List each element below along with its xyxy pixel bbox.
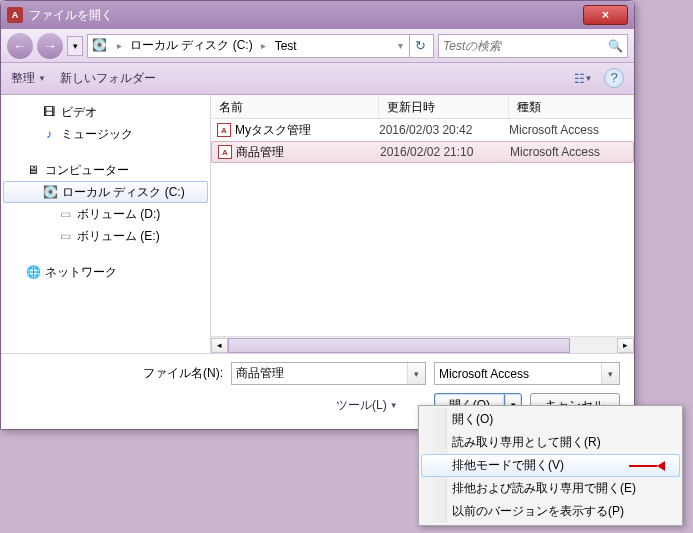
tree-videos[interactable]: 🎞ビデオ bbox=[1, 101, 210, 123]
breadcrumb-seg-0[interactable]: ローカル ディスク (C:) bbox=[126, 35, 257, 57]
access-app-icon: A bbox=[7, 7, 23, 23]
menu-open[interactable]: 開く(O) bbox=[421, 408, 680, 431]
chevron-down-icon: ▼ bbox=[585, 74, 593, 83]
filetype-value: Microsoft Access bbox=[439, 367, 529, 381]
chevron-down-icon: ▼ bbox=[390, 401, 398, 410]
music-icon: ♪ bbox=[41, 126, 57, 142]
tree-network[interactable]: 🌐ネットワーク bbox=[1, 261, 210, 283]
tree-label: ミュージック bbox=[61, 126, 133, 143]
tree-label: ボリューム (D:) bbox=[77, 206, 160, 223]
file-date: 2016/02/02 21:10 bbox=[380, 145, 510, 159]
menu-label: 排他モードで開く(V) bbox=[452, 457, 564, 474]
access-file-icon: A bbox=[217, 123, 231, 137]
tree-label: ネットワーク bbox=[45, 264, 117, 281]
file-name: 商品管理 bbox=[236, 144, 284, 161]
organize-menu[interactable]: 整理 ▼ bbox=[11, 70, 46, 87]
close-button[interactable]: × bbox=[583, 5, 628, 25]
nav-bar: ← → ▾ 💽 ▸ ローカル ディスク (C:) ▸ Test ▾ ↻ 🔍 bbox=[1, 29, 634, 63]
new-folder-label: 新しいフォルダー bbox=[60, 70, 156, 87]
tree-volume-d[interactable]: ▭ボリューム (D:) bbox=[1, 203, 210, 225]
breadcrumb-sep[interactable]: ▸ bbox=[257, 40, 271, 51]
breadcrumb-seg-1[interactable]: Test bbox=[271, 35, 301, 57]
refresh-button[interactable]: ↻ bbox=[409, 35, 431, 57]
toolbar: 整理 ▼ 新しいフォルダー ☷ ▼ ? bbox=[1, 63, 634, 95]
file-type: Microsoft Access bbox=[510, 145, 633, 159]
recent-locations-drop[interactable]: ▾ bbox=[67, 36, 83, 56]
search-icon[interactable]: 🔍 bbox=[608, 39, 623, 53]
column-headers: 名前 更新日時 種類 bbox=[211, 95, 634, 119]
search-box[interactable]: 🔍 bbox=[438, 34, 628, 58]
breadcrumb[interactable]: 💽 ▸ ローカル ディスク (C:) ▸ Test ▾ ↻ bbox=[87, 34, 434, 58]
help-button[interactable]: ? bbox=[604, 68, 624, 88]
tree-label: ローカル ディスク (C:) bbox=[62, 184, 185, 201]
tree-local-disk-c[interactable]: 💽ローカル ディスク (C:) bbox=[3, 181, 208, 203]
view-icon: ☷ bbox=[574, 72, 585, 86]
col-date[interactable]: 更新日時 bbox=[379, 95, 509, 118]
tree-label: コンピューター bbox=[45, 162, 129, 179]
chevron-down-icon: ▼ bbox=[38, 74, 46, 83]
tree-label: ボリューム (E:) bbox=[77, 228, 160, 245]
filename-label: ファイル名(N): bbox=[143, 365, 223, 382]
file-type: Microsoft Access bbox=[509, 123, 634, 137]
horizontal-scrollbar[interactable]: ◂ ▸ bbox=[211, 336, 634, 353]
disk-icon: 💽 bbox=[42, 184, 58, 200]
filename-combo[interactable]: 商品管理 ▾ bbox=[231, 362, 426, 385]
window-title: ファイルを開く bbox=[29, 7, 583, 24]
tree-music[interactable]: ♪ミュージック bbox=[1, 123, 210, 145]
file-row[interactable]: A商品管理 2016/02/02 21:10 Microsoft Access bbox=[211, 141, 634, 163]
filetype-combo[interactable]: Microsoft Access ▾ bbox=[434, 362, 620, 385]
filename-value: 商品管理 bbox=[236, 365, 284, 382]
menu-open-exclusive-readonly[interactable]: 排他および読み取り専用で開く(E) bbox=[421, 477, 680, 500]
file-open-dialog: A ファイルを開く × ← → ▾ 💽 ▸ ローカル ディスク (C:) ▸ T… bbox=[0, 0, 635, 430]
access-file-icon: A bbox=[218, 145, 232, 159]
menu-open-exclusive[interactable]: 排他モードで開く(V) bbox=[421, 454, 680, 477]
tools-label: ツール(L) bbox=[336, 397, 387, 414]
organize-label: 整理 bbox=[11, 70, 35, 87]
menu-open-readonly[interactable]: 読み取り専用として開く(R) bbox=[421, 431, 680, 454]
folder-tree[interactable]: 🎞ビデオ ♪ミュージック 🖥コンピューター 💽ローカル ディスク (C:) ▭ボ… bbox=[1, 95, 211, 353]
breadcrumb-history-drop[interactable]: ▾ bbox=[393, 40, 407, 51]
network-icon: 🌐 bbox=[25, 264, 41, 280]
menu-previous-versions[interactable]: 以前のバージョンを表示する(P) bbox=[421, 500, 680, 523]
scroll-right-button[interactable]: ▸ bbox=[617, 338, 634, 353]
scroll-left-button[interactable]: ◂ bbox=[211, 338, 228, 353]
titlebar: A ファイルを開く × bbox=[1, 1, 634, 29]
breadcrumb-sep[interactable]: ▸ bbox=[112, 40, 126, 51]
tools-menu[interactable]: ツール(L) ▼ bbox=[336, 397, 398, 414]
annotation-arrow-icon bbox=[629, 461, 665, 471]
new-folder-button[interactable]: 新しいフォルダー bbox=[60, 70, 156, 87]
chevron-down-icon[interactable]: ▾ bbox=[601, 363, 619, 384]
file-date: 2016/02/03 20:42 bbox=[379, 123, 509, 137]
file-list-area: 名前 更新日時 種類 AMyタスク管理 2016/02/03 20:42 Mic… bbox=[211, 95, 634, 353]
view-options-button[interactable]: ☷ ▼ bbox=[568, 68, 598, 90]
disk-icon: ▭ bbox=[57, 228, 73, 244]
col-name[interactable]: 名前 bbox=[211, 95, 379, 118]
chevron-down-icon[interactable]: ▾ bbox=[407, 363, 425, 384]
dialog-body: 🎞ビデオ ♪ミュージック 🖥コンピューター 💽ローカル ディスク (C:) ▭ボ… bbox=[1, 95, 634, 353]
scroll-track[interactable] bbox=[228, 338, 617, 353]
tree-computer[interactable]: 🖥コンピューター bbox=[1, 159, 210, 181]
tree-label: ビデオ bbox=[61, 104, 97, 121]
disk-icon: ▭ bbox=[57, 206, 73, 222]
tree-volume-e[interactable]: ▭ボリューム (E:) bbox=[1, 225, 210, 247]
forward-button[interactable]: → bbox=[37, 33, 63, 59]
drive-icon: 💽 bbox=[92, 38, 110, 54]
search-input[interactable] bbox=[443, 39, 608, 53]
computer-icon: 🖥 bbox=[25, 162, 41, 178]
video-icon: 🎞 bbox=[41, 104, 57, 120]
file-list[interactable]: AMyタスク管理 2016/02/03 20:42 Microsoft Acce… bbox=[211, 119, 634, 336]
file-name: Myタスク管理 bbox=[235, 122, 311, 139]
back-button[interactable]: ← bbox=[7, 33, 33, 59]
open-mode-menu: 開く(O) 読み取り専用として開く(R) 排他モードで開く(V) 排他および読み… bbox=[418, 405, 683, 526]
file-row[interactable]: AMyタスク管理 2016/02/03 20:42 Microsoft Acce… bbox=[211, 119, 634, 141]
scroll-thumb[interactable] bbox=[228, 338, 570, 353]
col-type[interactable]: 種類 bbox=[509, 95, 634, 118]
